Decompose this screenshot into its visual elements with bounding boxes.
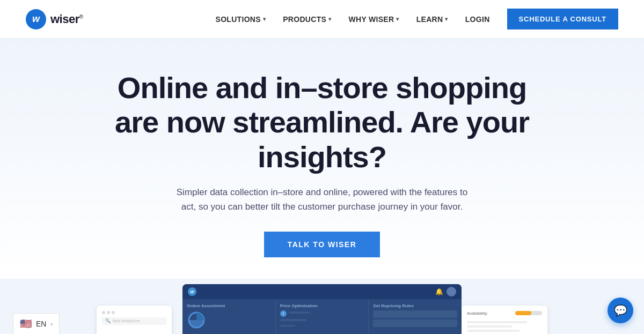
availability-fill [515, 311, 531, 315]
preview-area: 🇺🇸 EN › 🔍 Best headphone w 🔔 Online Asso… [0, 279, 644, 334]
chevron-down-icon: ▾ [396, 16, 399, 22]
mockup-col-2-title: Price Optimization [280, 303, 364, 308]
chevron-down-icon: ▾ [328, 16, 331, 22]
dot-2 [107, 311, 110, 314]
talk-to-wiser-button[interactable]: TALK TO WISER [264, 232, 380, 257]
mockup-logo: w [188, 287, 196, 296]
availability-detail-lines [467, 321, 542, 332]
detail-line [467, 330, 519, 332]
dot-3 [112, 311, 115, 314]
availability-label: Availability [467, 311, 487, 316]
dot-1 [102, 311, 105, 314]
mockup-line [280, 325, 295, 326]
mockup-col-3: Set Repricing Rules [369, 299, 462, 334]
availability-bar [515, 311, 542, 315]
chevron-down-icon: ▾ [263, 16, 266, 22]
nav-item-products[interactable]: PRODUCTS ▾ [283, 15, 331, 24]
language-label: EN [36, 320, 46, 328]
chat-icon: 💬 [614, 304, 627, 317]
chevron-right-icon: › [50, 321, 53, 327]
header: w wiser® SOLUTIONS ▾ PRODUCTS ▾ WHY WISE… [0, 0, 644, 39]
nav-item-why-wiser[interactable]: WHY WISER ▾ [348, 15, 399, 24]
hero-subtitle: Simpler data collection in–store and onl… [172, 185, 472, 214]
nav-item-learn[interactable]: LEARN ▾ [416, 15, 448, 24]
logo[interactable]: w wiser® [26, 9, 83, 29]
mockup-col-2: Price Optimization i [276, 299, 369, 334]
search-placeholder: Best headphone [113, 319, 140, 323]
mockup-col-3-title: Set Repricing Rules [373, 303, 457, 308]
availability-row: Availability [467, 311, 542, 316]
mockup-header: w 🔔 [182, 284, 462, 299]
pie-chart-icon [187, 310, 206, 330]
nav-item-solutions[interactable]: SOLUTIONS ▾ [216, 15, 266, 24]
login-link[interactable]: LOGIN [465, 15, 490, 24]
search-bar-mockup: 🔍 Best headphone [102, 317, 166, 325]
chevron-down-icon: ▾ [445, 16, 448, 22]
main-nav: SOLUTIONS ▾ PRODUCTS ▾ WHY WISER ▾ LEARN… [216, 9, 618, 29]
right-preview-card: Availability [462, 306, 547, 334]
bell-icon: 🔔 [435, 288, 443, 295]
left-preview-card: 🔍 Best headphone [97, 306, 172, 334]
chat-bubble-button[interactable]: 💬 [608, 298, 633, 323]
detail-line [467, 321, 527, 323]
hero-title: Online and in–store shopping are now str… [94, 71, 550, 174]
dashboard-mockup: w 🔔 Online Assortment Price Optimization [182, 284, 462, 334]
flag-icon: 🇺🇸 [20, 318, 32, 330]
schedule-consult-button[interactable]: SCHEDULE A CONSULT [507, 9, 618, 29]
mockup-col-1: Online Assortment [182, 299, 276, 334]
mockup-content: Online Assortment Price Optimization i [182, 299, 462, 334]
search-icon: 🔍 [105, 318, 111, 323]
logo-icon: w [26, 9, 46, 29]
mockup-line [289, 311, 310, 314]
logo-wordmark: wiser® [50, 12, 83, 26]
mockup-col-1-title: Online Assortment [187, 303, 271, 308]
language-selector[interactable]: 🇺🇸 EN › [13, 313, 60, 334]
detail-line [467, 325, 512, 328]
window-controls [102, 311, 166, 314]
mockup-line [280, 319, 307, 321]
hero-section: Online and in–store shopping are now str… [0, 39, 644, 279]
mockup-avatar [447, 287, 456, 296]
